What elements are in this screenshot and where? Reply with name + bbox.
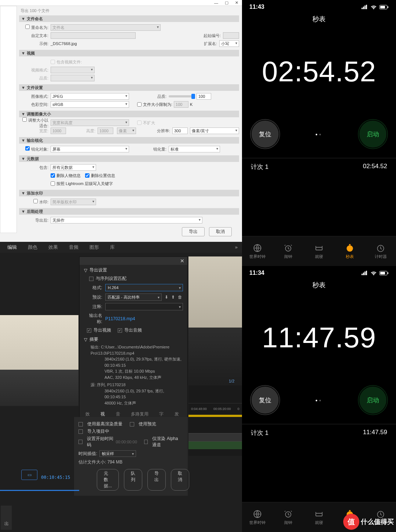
watermark-checkbox[interactable] — [33, 199, 38, 203]
delete-preset-icon[interactable]: 🗑 — [178, 295, 182, 300]
queue-button[interactable]: 队列 — [124, 469, 142, 491]
preset-select[interactable]: 匹配源 - 高比特率 — [105, 293, 162, 301]
format-select[interactable]: H.264 — [105, 284, 183, 291]
limit-size-checkbox[interactable] — [137, 102, 142, 107]
page-dots[interactable]: ●● — [315, 398, 323, 402]
section-post-processing[interactable]: ▼后期处理 — [19, 208, 239, 215]
sharpen-amount-select[interactable]: 标准 — [169, 146, 220, 152]
page-dots[interactable]: ●● — [315, 132, 323, 136]
time-interp-select[interactable]: 帧采样 — [99, 450, 136, 457]
tab-timer[interactable]: 计时器 — [365, 236, 396, 266]
width-input[interactable]: 1000 — [51, 128, 66, 134]
timecode-display[interactable]: 00:10:45:15 — [41, 475, 70, 480]
cancel-button[interactable]: 取消 — [209, 227, 232, 236]
import-project-checkbox[interactable] — [78, 429, 83, 434]
rename-template-select[interactable]: 文件名 — [51, 24, 161, 31]
remove-person-checkbox[interactable] — [51, 173, 55, 178]
section-file-settings[interactable]: ▼文件设置 — [19, 84, 239, 91]
custom-text-input[interactable] — [51, 32, 136, 39]
match-sequence-checkbox[interactable] — [89, 277, 94, 281]
tab-library[interactable]: 库 — [110, 244, 115, 251]
alpha-only-checkbox[interactable] — [144, 440, 148, 444]
sharpen-for-select[interactable]: 屏幕 — [51, 146, 129, 152]
export-button[interactable]: 导出 — [182, 227, 205, 236]
quality-slider[interactable] — [169, 95, 194, 97]
svg-rect-16 — [349, 510, 351, 511]
resize-mode-select[interactable]: 宽度和高度 — [51, 119, 129, 126]
export-video-checkbox[interactable] — [87, 328, 91, 333]
video-format-select — [51, 67, 95, 73]
export-button[interactable]: 导出 — [147, 469, 166, 491]
source-monitor[interactable] — [0, 315, 78, 406]
preview-scale[interactable]: 1/2 — [229, 379, 234, 383]
tab-stopwatch[interactable]: 秒表 — [334, 236, 365, 266]
extension-select[interactable]: 小写 — [219, 40, 239, 47]
max-quality-checkbox[interactable] — [78, 422, 83, 426]
no-enlarge-checkbox[interactable] — [137, 121, 142, 125]
sharpen-checkbox[interactable] — [25, 146, 30, 151]
tab-world-clock[interactable]: 世界时钟 — [242, 236, 273, 266]
tab-world-clock[interactable]: 世界时钟 — [242, 502, 273, 532]
close-button[interactable]: ✕ — [235, 0, 238, 5]
section-file-naming[interactable]: ▼文件命名 — [19, 15, 239, 22]
tab-bedtime[interactable]: 就寝 — [304, 502, 334, 532]
metadata-button[interactable]: 元数据... — [97, 469, 119, 491]
reset-button[interactable]: 复位 — [251, 120, 279, 148]
rename-checkbox[interactable] — [25, 25, 30, 29]
resolution-unit-select[interactable]: 像素/英寸 — [190, 128, 239, 134]
tab-graphics[interactable]: 图形 — [89, 244, 99, 251]
metadata-include-select[interactable]: 所有元数据 — [51, 164, 96, 171]
size-unit-select[interactable]: 像素 — [117, 128, 136, 134]
start-button[interactable]: 启动 — [359, 120, 387, 148]
tab-color[interactable]: 颜色 — [28, 244, 37, 251]
workspace-overflow-button[interactable]: » — [235, 244, 238, 250]
tab-alarm[interactable]: 闹钟 — [273, 236, 304, 266]
image-format-select[interactable]: JPEG — [51, 93, 129, 100]
tab-alarm[interactable]: 闹钟 — [273, 502, 304, 532]
color-space-label: 色彩空间: — [19, 102, 51, 107]
start-button[interactable]: 启动 — [359, 386, 387, 414]
include-video-checkbox[interactable] — [51, 60, 55, 64]
smzdm-logo-icon: 值 — [343, 514, 359, 530]
quality-input[interactable]: 100 — [197, 93, 211, 100]
set-start-tc-checkbox[interactable] — [78, 440, 82, 444]
tab-edit[interactable]: 编辑 — [7, 244, 17, 251]
section-sharpening[interactable]: ▼输出锐化 — [19, 137, 239, 144]
resize-checkbox[interactable] — [22, 117, 27, 122]
section-video[interactable]: ▼视频 — [19, 50, 239, 56]
out-panel-label: 出 — [1, 506, 12, 530]
export-bottom-options: 使用最高渲染质量 使用预览 导入项目中 设置开始时间码 00:00:00:00 … — [74, 417, 188, 496]
section-image-sizing[interactable]: ▼调整图像大小 — [19, 111, 239, 117]
remove-location-checkbox[interactable] — [85, 173, 89, 178]
export-preset-sidebar[interactable] — [0, 6, 17, 233]
output-name-link[interactable]: P1170218.mp4 — [105, 316, 135, 321]
lr-hierarchy-checkbox[interactable] — [51, 181, 55, 186]
section-watermark[interactable]: ▼添加水印 — [19, 190, 239, 196]
maximize-button[interactable]: ▢ — [225, 0, 228, 5]
timeline-tool-button[interactable]: ▭ — [21, 470, 37, 480]
comment-input[interactable] — [105, 303, 183, 310]
import-preset-icon[interactable]: ⬆ — [171, 295, 175, 300]
limit-size-input[interactable]: 100 — [174, 101, 188, 108]
save-preset-icon[interactable]: ⬇ — [165, 295, 168, 300]
height-input[interactable]: 1000 — [98, 128, 113, 134]
color-space-select[interactable]: sRGB — [51, 101, 129, 108]
use-preview-checkbox[interactable] — [130, 422, 134, 426]
program-monitor[interactable] — [188, 256, 242, 385]
export-settings-panel: 导出 100 个文件 ▼文件命名 重命名为: 文件名 自定文本: 起始编号: 示… — [19, 6, 239, 239]
tab-bedtime[interactable]: 就寝 — [304, 236, 334, 266]
watermark-select[interactable]: 简单版权水印 — [51, 199, 96, 205]
export-settings-title: 导出设置 — [89, 267, 107, 273]
after-export-select[interactable]: 无操作 — [51, 217, 202, 223]
timeline-fragment[interactable]: 0:04:48:0000:05:20:000 — [188, 385, 242, 456]
export-audio-checkbox[interactable] — [118, 328, 122, 333]
dialog-close-button[interactable]: ✕ — [180, 258, 184, 264]
resolution-input[interactable]: 300 — [172, 128, 188, 134]
minimize-button[interactable]: — — [214, 1, 218, 5]
start-number-input[interactable] — [223, 32, 239, 39]
reset-button[interactable]: 复位 — [251, 386, 279, 414]
section-metadata[interactable]: ▼元数据 — [19, 155, 239, 162]
tab-effects[interactable]: 效果 — [48, 244, 58, 251]
cancel-button[interactable]: 取消 — [171, 469, 189, 491]
tab-audio[interactable]: 音频 — [69, 244, 78, 251]
